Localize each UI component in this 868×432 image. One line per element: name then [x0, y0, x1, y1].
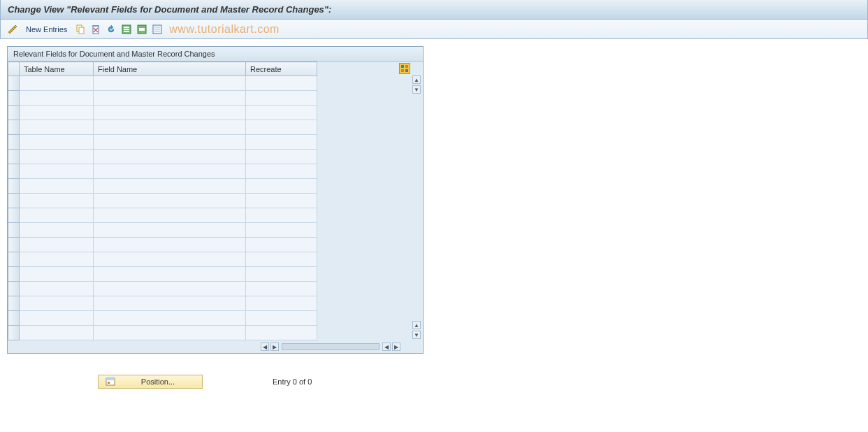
cell-recreate[interactable] [246, 91, 317, 106]
cell-recreate[interactable] [246, 194, 317, 208]
cell-field_name[interactable] [94, 208, 246, 223]
select-all-icon[interactable] [120, 23, 133, 36]
cell-field_name[interactable] [94, 296, 246, 311]
row-selector[interactable] [8, 179, 20, 194]
cell-field_name[interactable] [94, 76, 246, 91]
cell-table_name[interactable] [20, 135, 94, 150]
cell-table_name[interactable] [20, 311, 94, 326]
cell-field_name[interactable] [94, 150, 246, 164]
row-selector[interactable] [8, 326, 20, 340]
row-selector[interactable] [8, 91, 20, 106]
cell-field_name[interactable] [94, 164, 246, 179]
cell-table_name[interactable] [20, 326, 94, 340]
cell-field_name[interactable] [94, 267, 246, 282]
col-field-name[interactable]: Field Name [94, 62, 246, 76]
hscroll-right2-icon[interactable]: ▶ [392, 343, 400, 351]
row-selector[interactable] [8, 208, 20, 223]
cell-table_name[interactable] [20, 91, 94, 106]
hscroll-left-icon[interactable]: ◀ [261, 343, 269, 351]
row-selector[interactable] [8, 252, 20, 267]
cell-table_name[interactable] [20, 267, 94, 282]
cell-recreate[interactable] [246, 282, 317, 296]
new-entries-button[interactable]: New Entries [26, 25, 67, 34]
copy-icon[interactable] [74, 23, 87, 36]
row-selector[interactable] [8, 296, 20, 311]
position-button[interactable]: Position... [98, 375, 203, 389]
cell-table_name[interactable] [20, 238, 94, 252]
vertical-scrollbar[interactable]: ▲ ▼ ▲ ▼ [412, 75, 421, 339]
row-selector[interactable] [8, 135, 20, 150]
row-selector[interactable] [8, 194, 20, 208]
hscroll-right-icon[interactable]: ▶ [270, 343, 279, 351]
col-recreate[interactable]: Recreate [246, 62, 317, 76]
row-selector[interactable] [8, 120, 20, 135]
row-selector[interactable] [8, 76, 20, 91]
cell-recreate[interactable] [246, 76, 317, 91]
cell-recreate[interactable] [246, 120, 317, 135]
cell-table_name[interactable] [20, 120, 94, 135]
table-settings-icon[interactable] [399, 63, 410, 74]
row-selector[interactable] [8, 267, 20, 282]
cell-table_name[interactable] [20, 208, 94, 223]
row-selector[interactable] [8, 150, 20, 164]
cell-recreate[interactable] [246, 296, 317, 311]
cell-recreate[interactable] [246, 252, 317, 267]
cell-table_name[interactable] [20, 179, 94, 194]
cell-table_name[interactable] [20, 194, 94, 208]
row-selector[interactable] [8, 164, 20, 179]
cell-field_name[interactable] [94, 223, 246, 238]
cell-table_name[interactable] [20, 76, 94, 91]
cell-recreate[interactable] [246, 106, 317, 120]
scroll-down2-icon[interactable]: ▼ [412, 331, 421, 339]
toggle-display-icon[interactable] [6, 23, 19, 36]
cell-field_name[interactable] [94, 106, 246, 120]
cell-field_name[interactable] [94, 326, 246, 340]
cell-recreate[interactable] [246, 326, 317, 340]
cell-table_name[interactable] [20, 106, 94, 120]
col-table-name[interactable]: Table Name [20, 62, 94, 76]
scroll-up-icon[interactable]: ▲ [412, 75, 421, 84]
cell-recreate[interactable] [246, 135, 317, 150]
delete-icon[interactable] [89, 23, 102, 36]
cell-table_name[interactable] [20, 282, 94, 296]
row-selector[interactable] [8, 238, 20, 252]
undo-icon[interactable] [105, 23, 117, 36]
table-row [8, 267, 317, 282]
cell-recreate[interactable] [246, 223, 317, 238]
cell-field_name[interactable] [94, 282, 246, 296]
cell-recreate[interactable] [246, 267, 317, 282]
cell-field_name[interactable] [94, 252, 246, 267]
cell-recreate[interactable] [246, 311, 317, 326]
cell-field_name[interactable] [94, 120, 246, 135]
cell-table_name[interactable] [20, 252, 94, 267]
row-selector[interactable] [8, 282, 20, 296]
select-block-icon[interactable] [136, 23, 148, 36]
cell-field_name[interactable] [94, 91, 246, 106]
cell-recreate[interactable] [246, 179, 317, 194]
cell-field_name[interactable] [94, 311, 246, 326]
hscroll-left2-icon[interactable]: ◀ [382, 343, 391, 351]
cell-field_name[interactable] [94, 135, 246, 150]
deselect-all-icon[interactable] [151, 23, 164, 36]
scroll-up2-icon[interactable]: ▲ [412, 321, 421, 329]
cell-field_name[interactable] [94, 179, 246, 194]
cell-recreate[interactable] [246, 150, 317, 164]
scroll-down-icon[interactable]: ▼ [412, 85, 421, 94]
row-selector[interactable] [8, 311, 20, 326]
cell-field_name[interactable] [94, 194, 246, 208]
table-wrap: Table Name Field Name Recreate ▲ ▼ ▲ ▼ [8, 62, 423, 340]
cell-recreate[interactable] [246, 164, 317, 179]
table-row [8, 194, 317, 208]
cell-field_name[interactable] [94, 238, 246, 252]
toolbar: New Entries www.tutorialkart.com [0, 20, 868, 39]
cell-table_name[interactable] [20, 164, 94, 179]
cell-recreate[interactable] [246, 208, 317, 223]
row-selector[interactable] [8, 223, 20, 238]
row-selector[interactable] [8, 106, 20, 120]
table-row [8, 238, 317, 252]
cell-table_name[interactable] [20, 223, 94, 238]
cell-table_name[interactable] [20, 150, 94, 164]
cell-table_name[interactable] [20, 296, 94, 311]
cell-recreate[interactable] [246, 238, 317, 252]
hscroll-bar[interactable] [282, 343, 379, 350]
